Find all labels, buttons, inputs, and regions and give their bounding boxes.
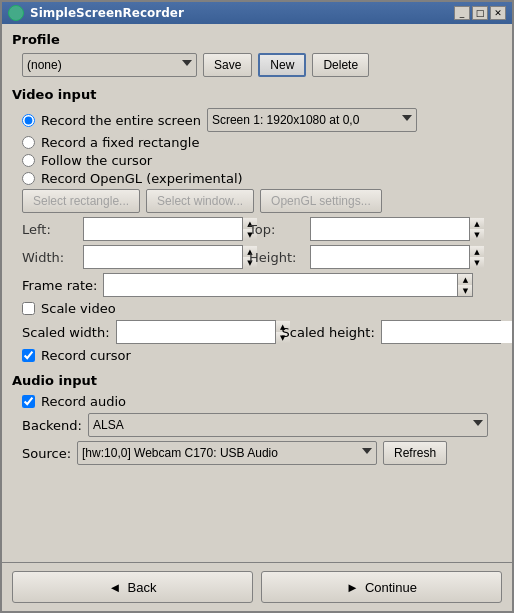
frame-rate-up-arrow[interactable]: ▲ [458,274,472,285]
radio-follow-cursor: Follow the cursor [22,153,502,168]
top-up-arrow[interactable]: ▲ [470,218,484,229]
frame-rate-spinbox[interactable]: 30 ▲ ▼ [103,273,473,297]
scaled-width-spinbox[interactable]: 1920 ▲ ▼ [116,320,276,344]
scaled-height-spinbox[interactable]: 1080 ▲ ▼ [381,320,501,344]
scaled-width-label: Scaled width: [22,325,110,340]
height-up-arrow[interactable]: ▲ [470,246,484,257]
profile-dropdown[interactable]: (none) [22,53,197,77]
maximize-button[interactable]: □ [472,6,488,20]
top-input[interactable]: 0 [311,218,469,240]
new-button[interactable]: New [258,53,306,77]
select-rectangle-button[interactable]: Select rectangle... [22,189,140,213]
bottom-bar: ◄ Back ► Continue [2,562,512,611]
radio-entire-screen-input[interactable] [22,114,35,127]
radio-opengl-input[interactable] [22,172,35,185]
frame-rate-row: Frame rate: 30 ▲ ▼ [22,273,502,297]
record-cursor-row: Record cursor [22,348,502,363]
radio-fixed-rect-label: Record a fixed rectangle [41,135,199,150]
scale-video-row: Scale video [22,301,502,316]
video-section: Record the entire screen Screen 1: 1920x… [22,108,502,363]
record-cursor-label: Record cursor [41,348,131,363]
refresh-button[interactable]: Refresh [383,441,447,465]
height-input[interactable]: 1080 [311,246,469,268]
continue-arrow-icon: ► [346,580,359,595]
continue-button[interactable]: ► Continue [261,571,502,603]
opengl-settings-button[interactable]: OpenGL settings... [260,189,382,213]
scaled-width-input[interactable]: 1920 [117,321,275,343]
radio-fixed-rect-input[interactable] [22,136,35,149]
width-label: Width: [22,250,77,265]
radio-fixed-rect: Record a fixed rectangle [22,135,502,150]
top-spinbox-arrows: ▲ ▼ [469,218,484,240]
select-window-button[interactable]: Select window... [146,189,254,213]
source-row: Source: [hw:10,0] Webcam C170: USB Audio… [22,441,502,465]
top-label: Top: [249,222,304,237]
frame-rate-input[interactable]: 30 [104,274,457,296]
top-spinbox[interactable]: 0 ▲ ▼ [310,217,470,241]
main-window: SimpleScreenRecorder _ □ ✕ Profile (none… [0,0,514,613]
width-height-row: Width: 1920 ▲ ▼ Height: 1080 ▲ ▼ [22,245,502,269]
backend-row: Backend: ALSA [22,413,502,437]
radio-follow-cursor-label: Follow the cursor [41,153,152,168]
delete-button[interactable]: Delete [312,53,369,77]
back-arrow-icon: ◄ [109,580,122,595]
audio-section: Record audio Backend: ALSA Source: [hw:1… [22,394,502,465]
back-label: Back [127,580,156,595]
height-label: Height: [249,250,304,265]
frame-rate-down-arrow[interactable]: ▼ [458,285,472,296]
scaled-height-input[interactable]: 1080 [382,321,512,343]
save-button[interactable]: Save [203,53,252,77]
source-dropdown[interactable]: [hw:10,0] Webcam C170: USB Audio [77,441,377,465]
backend-dropdown[interactable]: ALSA [88,413,488,437]
height-spinbox-arrows: ▲ ▼ [469,246,484,268]
backend-label: Backend: [22,418,82,433]
window-title: SimpleScreenRecorder [30,6,184,20]
radio-opengl-label: Record OpenGL (experimental) [41,171,243,186]
record-cursor-checkbox[interactable] [22,349,35,362]
source-label: Source: [22,446,71,461]
scale-video-label: Scale video [41,301,116,316]
frame-rate-spinbox-arrows: ▲ ▼ [457,274,472,296]
left-spinbox[interactable]: 0 ▲ ▼ [83,217,243,241]
width-input[interactable]: 1920 [84,246,242,268]
radio-entire-screen-label: Record the entire screen [41,113,201,128]
title-bar-controls: _ □ ✕ [454,6,506,20]
profile-section: (none) Save New Delete [22,53,502,77]
video-section-title: Video input [12,87,502,102]
frame-rate-label: Frame rate: [22,278,97,293]
continue-label: Continue [365,580,417,595]
radio-opengl: Record OpenGL (experimental) [22,171,502,186]
back-button[interactable]: ◄ Back [12,571,253,603]
main-content: Profile (none) Save New Delete Video inp… [2,24,512,562]
radio-follow-cursor-input[interactable] [22,154,35,167]
left-label: Left: [22,222,77,237]
top-down-arrow[interactable]: ▼ [470,229,484,240]
minimize-button[interactable]: _ [454,6,470,20]
video-action-buttons: Select rectangle... Select window... Ope… [22,189,502,213]
profile-row: (none) Save New Delete [22,53,502,77]
record-audio-row: Record audio [22,394,502,409]
close-button[interactable]: ✕ [490,6,506,20]
record-audio-checkbox[interactable] [22,395,35,408]
audio-section-title: Audio input [12,373,502,388]
profile-section-title: Profile [12,32,502,47]
screen-dropdown[interactable]: Screen 1: 1920x1080 at 0,0 [207,108,417,132]
record-audio-label: Record audio [41,394,126,409]
left-top-row: Left: 0 ▲ ▼ Top: 0 ▲ ▼ [22,217,502,241]
height-spinbox[interactable]: 1080 ▲ ▼ [310,245,470,269]
app-icon [8,5,24,21]
radio-entire-screen: Record the entire screen Screen 1: 1920x… [22,108,502,132]
scaled-row: Scaled width: 1920 ▲ ▼ Scaled height: 10… [22,320,502,344]
scaled-height-label: Scaled height: [282,325,375,340]
scale-video-checkbox[interactable] [22,302,35,315]
height-down-arrow[interactable]: ▼ [470,257,484,268]
width-spinbox[interactable]: 1920 ▲ ▼ [83,245,243,269]
title-bar: SimpleScreenRecorder _ □ ✕ [2,2,512,24]
left-input[interactable]: 0 [84,218,242,240]
